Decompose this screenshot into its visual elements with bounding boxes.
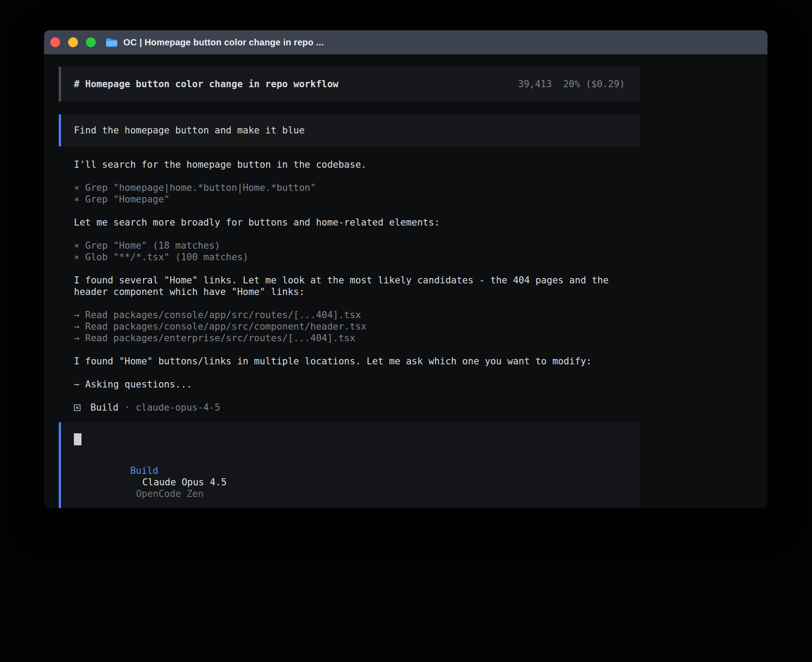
- build-agent-icon: [74, 404, 81, 411]
- agent-status-line: Build · claude-opus-4-5: [59, 402, 640, 413]
- window-title: OC | Homepage button color change in rep…: [123, 37, 324, 48]
- session-title: # Homepage button color change in repo w…: [74, 79, 338, 89]
- user-message-text: Find the homepage button and make it blu…: [74, 125, 304, 136]
- app-window: OC | Homepage button color change in rep…: [44, 30, 767, 508]
- agent-separator: ·: [124, 402, 130, 413]
- text-cursor: [74, 433, 81, 445]
- blank-line: [74, 228, 640, 240]
- tool-call-line: ∗ Glob "**/*.tsx" (100 matches): [74, 251, 640, 263]
- transcript: I'll search for the homepage button in t…: [59, 159, 640, 402]
- blank-line: [74, 170, 640, 182]
- agent-model: claude-opus-4-5: [136, 402, 220, 413]
- blank-line: [74, 205, 640, 217]
- assistant-message-line: I'll search for the homepage button in t…: [74, 159, 640, 170]
- user-message: Find the homepage button and make it blu…: [59, 114, 640, 146]
- folder-icon: [106, 37, 118, 48]
- agent-mode-label: Build: [130, 465, 158, 476]
- session-content: # Homepage button color change in repo w…: [59, 67, 640, 508]
- tool-call-line: → Read packages/console/app/src/componen…: [74, 321, 640, 332]
- agent-name: Build: [90, 402, 118, 413]
- assistant-message-line: Let me search more broadly for buttons a…: [74, 217, 640, 228]
- tool-call-line: → Read packages/enterprise/src/routes/[.…: [74, 332, 640, 344]
- tool-call-line: ∗ Grep "Home" (18 matches): [74, 240, 640, 251]
- assistant-message-line: I found "Home" buttons/links in multiple…: [74, 355, 640, 367]
- session-token-stats: 39,413 20% ($0.29): [518, 79, 625, 89]
- prompt-input[interactable]: Build Claude Opus 4.5 OpenCode Zen: [59, 422, 640, 508]
- terminal: # Homepage button color change in repo w…: [44, 54, 767, 508]
- minimize-window-button[interactable]: [68, 37, 78, 47]
- zoom-window-button[interactable]: [86, 37, 96, 47]
- blank-line: [74, 298, 640, 309]
- traffic-lights: [50, 37, 96, 47]
- provider-label: OpenCode Zen: [136, 488, 203, 499]
- assistant-message-line: I found several "Home" links. Let me loo…: [74, 274, 640, 298]
- blank-line: [74, 344, 640, 355]
- window-titlebar: OC | Homepage button color change in rep…: [44, 30, 767, 54]
- tool-call-line: ∗ Grep "homepage|home.*button|Home.*butt…: [74, 182, 640, 194]
- session-header: # Homepage button color change in repo w…: [59, 67, 640, 101]
- input-meta: Build Claude Opus 4.5 OpenCode Zen: [74, 453, 627, 508]
- blank-line: [74, 390, 640, 402]
- model-label: Claude Opus 4.5: [142, 477, 227, 488]
- blank-line: [74, 367, 640, 379]
- blank-line: [74, 263, 640, 274]
- tool-call-line: ∗ Grep "Homepage": [74, 194, 640, 205]
- close-window-button[interactable]: [50, 37, 60, 47]
- assistant-message-line: ~ Asking questions...: [74, 379, 640, 390]
- tool-call-line: → Read packages/console/app/src/routes/[…: [74, 309, 640, 321]
